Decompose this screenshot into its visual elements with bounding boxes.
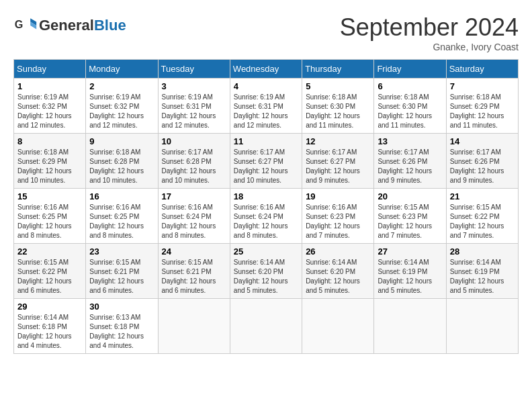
calendar-cell: 1Sunrise: 6:19 AMSunset: 6:32 PMDaylight…: [14, 79, 86, 134]
calendar-cell: [374, 299, 446, 354]
logo: G GeneralBlue: [13, 13, 126, 38]
day-number: 22: [17, 246, 82, 257]
day-number: 10: [162, 136, 226, 146]
title-section: September 2024 Gnanke, Ivory Coast: [340, 13, 519, 52]
day-number: 21: [450, 191, 515, 201]
day-number: 25: [234, 246, 298, 257]
day-number: 16: [89, 191, 154, 201]
day-number: 23: [89, 246, 154, 257]
calendar-cell: 15Sunrise: 6:16 AMSunset: 6:25 PMDayligh…: [14, 189, 86, 244]
day-number: 18: [234, 191, 298, 201]
day-info: Sunrise: 6:15 AMSunset: 6:22 PMDaylight:…: [17, 258, 82, 295]
day-info: Sunrise: 6:16 AMSunset: 6:24 PMDaylight:…: [234, 203, 298, 240]
day-info: Sunrise: 6:19 AMSunset: 6:32 PMDaylight:…: [89, 93, 154, 130]
day-info: Sunrise: 6:18 AMSunset: 6:28 PMDaylight:…: [89, 148, 154, 185]
calendar-cell: 17Sunrise: 6:16 AMSunset: 6:24 PMDayligh…: [158, 189, 230, 244]
day-info: Sunrise: 6:18 AMSunset: 6:30 PMDaylight:…: [306, 93, 370, 130]
day-info: Sunrise: 6:17 AMSunset: 6:26 PMDaylight:…: [450, 148, 515, 185]
day-number: 9: [89, 136, 154, 146]
calendar-cell: 16Sunrise: 6:16 AMSunset: 6:25 PMDayligh…: [86, 189, 158, 244]
day-number: 27: [378, 246, 442, 257]
calendar-cell: 2Sunrise: 6:19 AMSunset: 6:32 PMDaylight…: [86, 79, 158, 134]
calendar-week-row: 22Sunrise: 6:15 AMSunset: 6:22 PMDayligh…: [14, 244, 519, 299]
day-number: 17: [162, 191, 226, 201]
logo-text-general: General: [39, 17, 94, 34]
calendar-cell: [230, 299, 302, 354]
day-info: Sunrise: 6:19 AMSunset: 6:31 PMDaylight:…: [162, 93, 226, 130]
day-number: 26: [306, 246, 370, 257]
calendar-header-row: SundayMondayTuesdayWednesdayThursdayFrid…: [14, 60, 519, 79]
day-number: 15: [17, 191, 82, 201]
day-info: Sunrise: 6:18 AMSunset: 6:29 PMDaylight:…: [450, 93, 515, 130]
day-number: 30: [89, 302, 154, 312]
day-info: Sunrise: 6:15 AMSunset: 6:22 PMDaylight:…: [450, 203, 515, 240]
calendar-cell: 26Sunrise: 6:14 AMSunset: 6:20 PMDayligh…: [302, 244, 374, 299]
page-header: G GeneralBlue September 2024 Gnanke, Ivo…: [13, 13, 519, 52]
day-info: Sunrise: 6:16 AMSunset: 6:24 PMDaylight:…: [162, 203, 226, 240]
svg-text:G: G: [15, 18, 24, 30]
calendar-cell: [302, 299, 374, 354]
day-info: Sunrise: 6:16 AMSunset: 6:23 PMDaylight:…: [306, 203, 370, 240]
day-number: 12: [306, 136, 370, 146]
calendar-week-row: 1Sunrise: 6:19 AMSunset: 6:32 PMDaylight…: [14, 79, 519, 134]
day-info: Sunrise: 6:14 AMSunset: 6:19 PMDaylight:…: [378, 258, 442, 295]
calendar-cell: 12Sunrise: 6:17 AMSunset: 6:27 PMDayligh…: [302, 134, 374, 189]
column-header-sunday: Sunday: [14, 60, 86, 79]
calendar-table: SundayMondayTuesdayWednesdayThursdayFrid…: [13, 59, 519, 354]
day-info: Sunrise: 6:14 AMSunset: 6:19 PMDaylight:…: [450, 258, 515, 295]
day-number: 2: [89, 81, 154, 91]
calendar-cell: 30Sunrise: 6:13 AMSunset: 6:18 PMDayligh…: [86, 299, 158, 354]
day-number: 8: [17, 136, 82, 146]
day-info: Sunrise: 6:17 AMSunset: 6:27 PMDaylight:…: [234, 148, 298, 185]
month-title: September 2024: [340, 13, 519, 42]
column-header-saturday: Saturday: [446, 60, 518, 79]
day-info: Sunrise: 6:14 AMSunset: 6:20 PMDaylight:…: [234, 258, 298, 295]
day-number: 4: [234, 81, 298, 91]
calendar-cell: 10Sunrise: 6:17 AMSunset: 6:28 PMDayligh…: [158, 134, 230, 189]
calendar-cell: 14Sunrise: 6:17 AMSunset: 6:26 PMDayligh…: [446, 134, 518, 189]
day-info: Sunrise: 6:17 AMSunset: 6:26 PMDaylight:…: [378, 148, 442, 185]
location-subtitle: Gnanke, Ivory Coast: [340, 42, 519, 52]
day-number: 5: [306, 81, 370, 91]
calendar-cell: 23Sunrise: 6:15 AMSunset: 6:21 PMDayligh…: [86, 244, 158, 299]
calendar-cell: 24Sunrise: 6:15 AMSunset: 6:21 PMDayligh…: [158, 244, 230, 299]
calendar-cell: 20Sunrise: 6:15 AMSunset: 6:23 PMDayligh…: [374, 189, 446, 244]
calendar-cell: 18Sunrise: 6:16 AMSunset: 6:24 PMDayligh…: [230, 189, 302, 244]
day-info: Sunrise: 6:14 AMSunset: 6:20 PMDaylight:…: [306, 258, 370, 295]
column-header-friday: Friday: [374, 60, 446, 79]
day-number: 24: [162, 246, 226, 257]
calendar-cell: 29Sunrise: 6:14 AMSunset: 6:18 PMDayligh…: [14, 299, 86, 354]
day-info: Sunrise: 6:15 AMSunset: 6:21 PMDaylight:…: [89, 258, 154, 295]
calendar-cell: 25Sunrise: 6:14 AMSunset: 6:20 PMDayligh…: [230, 244, 302, 299]
calendar-cell: [158, 299, 230, 354]
calendar-cell: 9Sunrise: 6:18 AMSunset: 6:28 PMDaylight…: [86, 134, 158, 189]
calendar-cell: 3Sunrise: 6:19 AMSunset: 6:31 PMDaylight…: [158, 79, 230, 134]
column-header-monday: Monday: [86, 60, 158, 79]
day-info: Sunrise: 6:14 AMSunset: 6:18 PMDaylight:…: [17, 313, 82, 351]
calendar-cell: 27Sunrise: 6:14 AMSunset: 6:19 PMDayligh…: [374, 244, 446, 299]
day-number: 3: [162, 81, 226, 91]
day-info: Sunrise: 6:15 AMSunset: 6:21 PMDaylight:…: [162, 258, 226, 295]
column-header-tuesday: Tuesday: [158, 60, 230, 79]
day-info: Sunrise: 6:17 AMSunset: 6:28 PMDaylight:…: [162, 148, 226, 185]
day-number: 1: [17, 81, 82, 91]
day-number: 19: [306, 191, 370, 201]
calendar-cell: [446, 299, 518, 354]
calendar-cell: 21Sunrise: 6:15 AMSunset: 6:22 PMDayligh…: [446, 189, 518, 244]
logo-icon: G: [13, 13, 38, 38]
calendar-cell: 4Sunrise: 6:19 AMSunset: 6:31 PMDaylight…: [230, 79, 302, 134]
column-header-wednesday: Wednesday: [230, 60, 302, 79]
calendar-week-row: 29Sunrise: 6:14 AMSunset: 6:18 PMDayligh…: [14, 299, 519, 354]
day-number: 13: [378, 136, 442, 146]
calendar-cell: 13Sunrise: 6:17 AMSunset: 6:26 PMDayligh…: [374, 134, 446, 189]
day-number: 20: [378, 191, 442, 201]
day-number: 11: [234, 136, 298, 146]
day-info: Sunrise: 6:16 AMSunset: 6:25 PMDaylight:…: [89, 203, 154, 240]
day-info: Sunrise: 6:18 AMSunset: 6:29 PMDaylight:…: [17, 148, 82, 185]
day-info: Sunrise: 6:15 AMSunset: 6:23 PMDaylight:…: [378, 203, 442, 240]
day-number: 28: [450, 246, 515, 257]
calendar-week-row: 15Sunrise: 6:16 AMSunset: 6:25 PMDayligh…: [14, 189, 519, 244]
day-info: Sunrise: 6:19 AMSunset: 6:31 PMDaylight:…: [234, 93, 298, 130]
day-number: 29: [17, 302, 82, 312]
calendar-week-row: 8Sunrise: 6:18 AMSunset: 6:29 PMDaylight…: [14, 134, 519, 189]
